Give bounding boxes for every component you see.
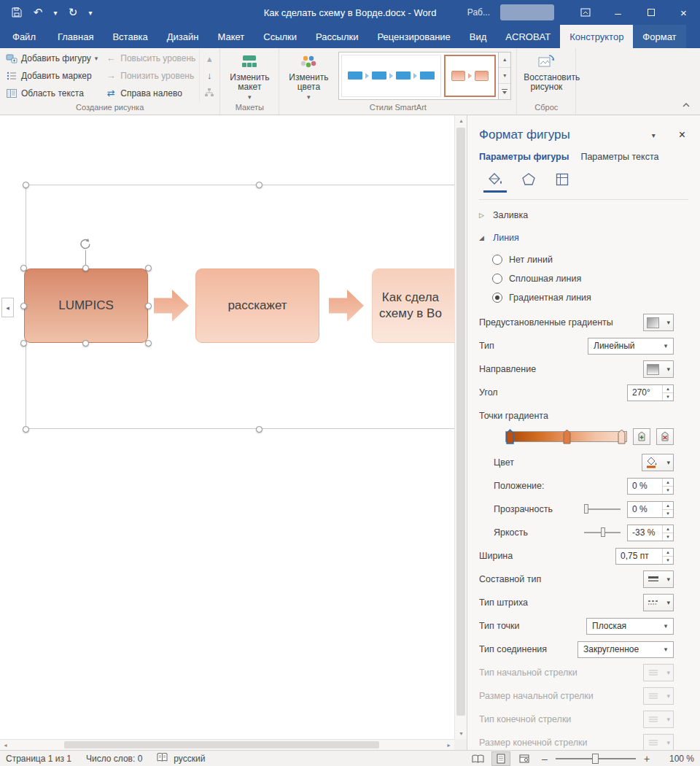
radio-solid-line[interactable]: Сплошная линия xyxy=(492,271,688,286)
tab-layout[interactable]: Макет xyxy=(208,25,254,48)
smartart-shape-1[interactable]: LUMPICS xyxy=(24,268,148,343)
selection-handle[interactable] xyxy=(23,182,29,188)
ribbon-display-options-button[interactable] xyxy=(569,0,602,25)
remove-gradient-stop-button[interactable] xyxy=(656,428,674,445)
join-type-dropdown[interactable]: Закругленное ▾ xyxy=(578,641,674,658)
section-line[interactable]: ◢ Линия xyxy=(479,230,688,246)
gradient-type-dropdown[interactable]: Линейный ▾ xyxy=(588,338,674,355)
spin-up-icon[interactable]: ▴ xyxy=(663,502,673,510)
text-pane-toggle[interactable]: ◂ xyxy=(1,298,14,317)
tab-smartart-format[interactable]: Формат xyxy=(633,25,685,48)
radio-gradient-line[interactable]: Градиентная линия xyxy=(492,290,688,305)
user-account-redacted[interactable] xyxy=(500,4,554,20)
spin-down-icon[interactable]: ▾ xyxy=(663,533,673,541)
selection-handle[interactable] xyxy=(256,426,262,433)
gradient-stop-selected[interactable] xyxy=(506,429,514,446)
customize-qat-button[interactable]: ▾ xyxy=(85,3,96,22)
smartart-shape-3[interactable]: Как сдела схему в Во xyxy=(372,268,454,343)
collapse-ribbon-button[interactable] xyxy=(680,99,693,111)
tell-me-help[interactable]: Помощь xyxy=(698,25,700,48)
org-chart-layout-button[interactable] xyxy=(201,85,217,101)
tab-mailings[interactable]: Рассылки xyxy=(306,25,368,48)
gallery-more-button[interactable] xyxy=(499,84,510,99)
gradient-stop[interactable] xyxy=(563,429,571,446)
close-button[interactable]: × xyxy=(667,0,700,25)
move-up-button[interactable]: ▴ xyxy=(201,51,217,67)
scroll-left-button[interactable]: ◂ xyxy=(0,740,11,750)
slider-thumb[interactable] xyxy=(601,527,605,537)
horizontal-scroll-thumb[interactable] xyxy=(64,741,379,748)
spin-down-icon[interactable]: ▾ xyxy=(663,510,673,517)
end-arrow-type-dropdown[interactable]: ▾ xyxy=(643,711,674,728)
compound-type-dropdown[interactable]: ▾ xyxy=(643,570,674,588)
radio-selected-icon[interactable] xyxy=(492,293,502,303)
undo-dropdown[interactable]: ▾ xyxy=(50,3,61,22)
scroll-right-button[interactable]: ▸ xyxy=(443,740,454,750)
vertical-scrollbar[interactable]: ▴ ▾ xyxy=(454,115,467,739)
spin-up-icon[interactable]: ▴ xyxy=(663,479,673,487)
language-indicator[interactable]: русский xyxy=(174,754,205,764)
minimize-button[interactable]: – xyxy=(602,0,634,25)
dash-type-dropdown[interactable]: ▾ xyxy=(643,594,674,611)
effects-category-button[interactable] xyxy=(517,172,540,193)
stop-color-dropdown[interactable]: ▾ xyxy=(642,454,674,471)
add-gradient-stop-button[interactable] xyxy=(633,428,650,445)
gradient-stops-bar[interactable] xyxy=(505,431,627,442)
panel-close-button[interactable]: × xyxy=(676,128,688,142)
read-mode-button[interactable] xyxy=(468,751,487,766)
tab-file[interactable]: Файл xyxy=(0,25,48,48)
word-count[interactable]: Число слов: 0 xyxy=(86,754,142,764)
gallery-scroll-down-button[interactable]: ▾ xyxy=(499,68,510,84)
shape-handle[interactable] xyxy=(145,303,152,309)
tab-home[interactable]: Главная xyxy=(48,25,103,48)
redo-button[interactable]: ↻ xyxy=(63,3,82,22)
maximize-button[interactable] xyxy=(634,0,667,25)
tab-review[interactable]: Рецензирование xyxy=(368,25,459,48)
position-spinner[interactable]: 0 % ▴ ▾ xyxy=(627,478,674,495)
transparency-spinner[interactable]: 0 % ▴ ▾ xyxy=(627,501,674,518)
scroll-down-button[interactable]: ▾ xyxy=(455,728,467,739)
horizontal-scrollbar[interactable]: ◂ ▸ xyxy=(0,739,454,750)
zoom-slider-thumb[interactable] xyxy=(592,754,599,764)
end-arrow-size-dropdown[interactable]: ▾ xyxy=(643,734,674,750)
style-preview-selected[interactable] xyxy=(444,55,496,97)
tab-text-options[interactable]: Параметры текста xyxy=(580,152,658,162)
shape-handle[interactable] xyxy=(20,265,27,271)
shape-handle[interactable] xyxy=(20,303,27,309)
tab-smartart-design[interactable]: Конструктор xyxy=(560,25,633,48)
reset-graphic-button[interactable]: Восстановить рисунок xyxy=(519,49,573,102)
print-layout-button[interactable] xyxy=(491,751,510,766)
undo-button[interactable]: ↶ xyxy=(28,3,47,22)
radio-no-line[interactable]: Нет линий xyxy=(492,252,688,267)
save-button[interactable] xyxy=(7,3,26,22)
spin-up-icon[interactable]: ▴ xyxy=(663,549,673,557)
width-spinner[interactable]: 0,75 пт ▴ ▾ xyxy=(615,548,674,565)
radio-icon[interactable] xyxy=(492,274,502,284)
smartart-shape-2[interactable]: расскажет xyxy=(195,268,319,343)
scroll-up-button[interactable]: ▴ xyxy=(455,115,467,126)
preset-gradients-dropdown[interactable]: ▾ xyxy=(643,314,674,331)
gradient-direction-dropdown[interactable]: ▾ xyxy=(643,360,674,378)
tab-insert[interactable]: Вставка xyxy=(103,25,157,48)
tab-shape-options[interactable]: Параметры фигуры xyxy=(479,152,569,162)
angle-spinner[interactable]: 270° ▴ ▾ xyxy=(627,384,674,401)
layout-properties-category-button[interactable] xyxy=(551,172,574,193)
zoom-in-button[interactable]: + xyxy=(640,752,653,765)
spin-down-icon[interactable]: ▾ xyxy=(663,393,673,401)
shape-handle[interactable] xyxy=(145,340,152,347)
change-colors-button[interactable]: Изменить цвета ▾ xyxy=(281,49,335,102)
change-layout-button[interactable]: Изменить макет ▾ xyxy=(222,49,276,102)
fill-line-category-button[interactable] xyxy=(483,172,507,193)
tab-acrobat[interactable]: ACROBAT xyxy=(496,25,560,48)
begin-arrow-type-dropdown[interactable]: ▾ xyxy=(643,664,674,681)
spin-up-icon[interactable]: ▴ xyxy=(663,525,673,533)
document-page[interactable]: ◂ LUMPICS xyxy=(0,115,454,739)
spin-up-icon[interactable]: ▴ xyxy=(663,385,673,393)
rotation-handle[interactable] xyxy=(79,238,91,252)
promote-button[interactable]: ← Повысить уровень xyxy=(101,50,199,66)
text-pane-button[interactable]: Область текста xyxy=(2,85,101,101)
transparency-slider[interactable] xyxy=(584,503,621,516)
zoom-level[interactable]: 100 % xyxy=(661,754,694,764)
shape-handle[interactable] xyxy=(20,340,27,347)
add-bullet-button[interactable]: Добавить маркер xyxy=(2,67,101,84)
